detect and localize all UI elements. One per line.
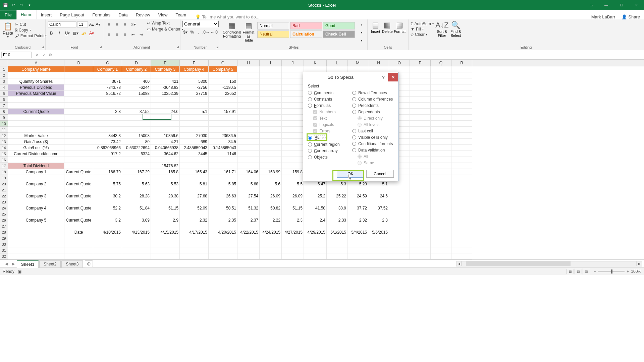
row-header[interactable]: 27 <box>0 223 8 229</box>
cell[interactable]: -0.862068966 <box>93 145 122 151</box>
ribbon-options-icon[interactable]: ▭ <box>584 0 599 10</box>
cell[interactable]: -15476.82 <box>151 163 180 169</box>
tell-me-search[interactable]: 💡Tell me what you want to do... <box>195 14 259 19</box>
cell[interactable] <box>64 139 93 145</box>
cell[interactable] <box>431 187 451 193</box>
enter-formula-icon[interactable]: ✓ <box>42 53 46 57</box>
cell[interactable]: 165.43 <box>180 169 209 175</box>
row-header[interactable]: 17 <box>0 163 8 169</box>
cell[interactable] <box>180 103 209 109</box>
bold-icon[interactable]: B <box>48 29 55 37</box>
cell[interactable] <box>431 175 451 181</box>
column-header[interactable]: E <box>151 60 180 66</box>
cell[interactable] <box>431 66 451 72</box>
cell[interactable] <box>431 109 451 115</box>
cell[interactable] <box>64 97 93 103</box>
cell[interactable] <box>410 109 431 115</box>
cell[interactable] <box>64 199 93 205</box>
cell[interactable] <box>8 247 64 253</box>
cell[interactable] <box>389 187 410 193</box>
cell[interactable] <box>451 151 472 157</box>
cell[interactable] <box>151 247 180 253</box>
cell[interactable] <box>93 175 122 181</box>
row-header[interactable]: 13 <box>0 139 8 145</box>
cell[interactable]: -1146 <box>209 151 237 157</box>
cell[interactable] <box>410 193 431 199</box>
style-good[interactable]: Good <box>323 22 355 29</box>
row-header[interactable]: 23 <box>0 199 8 205</box>
cell[interactable] <box>8 211 64 217</box>
cell[interactable]: 5.81 <box>180 181 209 187</box>
cell[interactable] <box>64 157 93 163</box>
row-header[interactable]: 6 <box>0 97 8 103</box>
cell[interactable] <box>64 90 93 97</box>
cell[interactable] <box>64 72 93 78</box>
cell[interactable] <box>64 66 93 72</box>
cell[interactable]: 5.5 <box>282 181 304 187</box>
insert-cells-icon[interactable]: ▦ <box>372 21 379 29</box>
cell[interactable] <box>410 253 431 259</box>
cell[interactable] <box>93 163 122 169</box>
dialog-help-icon[interactable]: ? <box>379 72 388 82</box>
cell[interactable] <box>431 205 451 211</box>
cell[interactable]: 5.1 <box>180 109 209 115</box>
cell[interactable] <box>410 169 431 175</box>
cell[interactable] <box>64 145 93 151</box>
cell[interactable]: 159.8 <box>282 169 304 175</box>
cell[interactable] <box>282 133 304 139</box>
cell[interactable] <box>451 175 472 181</box>
cell[interactable] <box>8 241 64 247</box>
radio-array[interactable]: Current array <box>308 148 350 153</box>
cell[interactable] <box>122 223 151 229</box>
format-as-table-icon[interactable]: ▤ <box>245 21 252 30</box>
cell[interactable]: Total Dividend <box>8 163 64 169</box>
row-header[interactable]: 28 <box>0 229 8 235</box>
cell[interactable] <box>260 121 282 127</box>
format-painter-button[interactable]: 🖌Format Painter <box>15 34 47 38</box>
cell[interactable]: 23686.5 <box>209 133 237 139</box>
cell[interactable] <box>451 169 472 175</box>
cell[interactable]: 5.53 <box>151 181 180 187</box>
indent-increase-icon[interactable]: ⇥ <box>138 31 145 38</box>
cell[interactable] <box>260 115 282 121</box>
cell[interactable] <box>431 241 451 247</box>
cell[interactable] <box>260 133 282 139</box>
cell[interactable] <box>122 199 151 205</box>
row-header[interactable]: 3 <box>0 78 8 84</box>
cell[interactable] <box>451 241 472 247</box>
cell[interactable]: 26.09 <box>282 193 304 199</box>
cell[interactable] <box>151 199 180 205</box>
cell[interactable] <box>237 151 260 157</box>
cell[interactable] <box>122 121 151 127</box>
cell[interactable] <box>282 78 304 84</box>
cell[interactable] <box>410 211 431 217</box>
cell[interactable] <box>237 247 260 253</box>
cell[interactable]: 27719 <box>180 90 209 97</box>
cell[interactable]: -3648.83 <box>151 84 180 90</box>
cell[interactable] <box>410 199 431 205</box>
increase-font-icon[interactable]: A▴ <box>89 21 95 28</box>
cell[interactable] <box>282 84 304 90</box>
cell[interactable] <box>431 145 451 151</box>
cell[interactable] <box>209 187 237 193</box>
maximize-icon[interactable]: ☐ <box>614 0 629 10</box>
cell[interactable] <box>410 115 431 121</box>
column-header[interactable]: M <box>347 60 368 66</box>
cell[interactable] <box>282 157 304 163</box>
name-box[interactable] <box>1 52 32 58</box>
row-header[interactable]: 32 <box>0 253 8 259</box>
cell[interactable]: Company Name <box>8 66 64 72</box>
cell[interactable] <box>389 229 410 235</box>
cell[interactable] <box>237 121 260 127</box>
radio-comments[interactable]: Comments <box>308 90 350 95</box>
cell[interactable]: 5.68 <box>237 181 260 187</box>
cell[interactable] <box>282 241 304 247</box>
cell[interactable] <box>451 235 472 241</box>
cell[interactable] <box>237 115 260 121</box>
cell[interactable]: 4/24/2015 <box>260 229 282 235</box>
cell[interactable]: 4.21 <box>151 139 180 145</box>
cell[interactable]: 30.2 <box>93 193 122 199</box>
cell[interactable] <box>282 223 304 229</box>
insert-cells-button[interactable]: Insert <box>371 29 380 34</box>
row-header[interactable]: 19 <box>0 175 8 181</box>
